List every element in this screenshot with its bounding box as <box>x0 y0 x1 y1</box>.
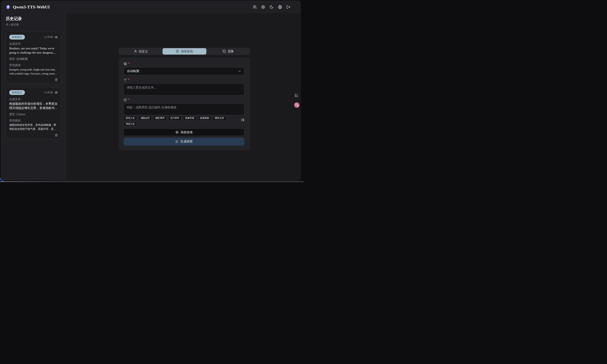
eye-icon[interactable] <box>55 91 58 94</box>
voice-desc-label: 音色描述: <box>9 119 58 122</box>
record-timestamp: 2小时前 <box>44 91 53 94</box>
voice-desc-label: 音色描述: <box>9 64 58 67</box>
chevron-down-icon <box>238 70 241 73</box>
tab-label: 创造音色 <box>181 50 193 53</box>
grid-sparkle-icon[interactable] <box>294 93 298 97</box>
voice-tag[interactable]: 俏皮少女 <box>124 122 137 126</box>
synth-text-value: Brothers, are you ready? Today we're goi… <box>9 46 58 55</box>
translate-button[interactable]: 中 A <box>294 102 300 108</box>
advanced-options-label: 高级选项 <box>181 130 193 134</box>
palette-icon <box>124 98 127 102</box>
tab-clone[interactable]: 克隆 <box>206 48 250 55</box>
language-line: 语言: Chinese <box>9 113 58 116</box>
voice-tag[interactable]: 磁性男声 <box>153 116 167 120</box>
language-select-value: 自动检测 <box>127 69 139 73</box>
tab-custom[interactable]: 自定义 <box>119 48 163 55</box>
users-icon[interactable] <box>253 5 257 9</box>
tab-label: 自定义 <box>139 50 148 53</box>
type-icon <box>124 78 127 82</box>
create-voice-form: * 自动检测 * <box>119 57 250 150</box>
user-icon <box>134 50 137 53</box>
header: Qwen3-TTS-WebUI <box>1 1 301 13</box>
language-select[interactable]: 自动检测 <box>124 67 244 75</box>
settings-icon[interactable] <box>261 5 265 9</box>
history-card[interactable]: 音色设计 2小时前 合成文本: 根据最新的市场分析报告，本季度业绩呈现稳步增长态… <box>6 87 61 139</box>
history-sidebar: 历史记录 共 2 条记录 音色设计 2小时前 合成文本: Brothers, a… <box>1 13 66 180</box>
shuffle-icon[interactable] <box>241 118 244 122</box>
synthesis-text-input[interactable] <box>124 83 244 95</box>
tab-label: 克隆 <box>228 50 234 53</box>
app-title: Qwen3-TTS-WebUI <box>13 5 50 10</box>
voice-tag[interactable]: 温柔妈妈 <box>198 116 211 120</box>
voice-tag[interactable]: 播音主持 <box>213 116 226 120</box>
window-bottom-line <box>0 182 304 182</box>
history-title: 历史记录 <box>6 16 61 22</box>
copy-icon <box>223 50 226 53</box>
language-line: 语言: 自动检测 <box>9 57 58 61</box>
moon-icon[interactable] <box>270 5 274 9</box>
palette-icon <box>176 50 179 53</box>
eye-icon[interactable] <box>55 36 58 39</box>
required-marker: * <box>128 98 130 101</box>
record-type-badge: 音色设计 <box>9 90 25 95</box>
voice-tag[interactable]: 甜美少女 <box>124 116 137 120</box>
advanced-options-button[interactable]: 高级选项 <box>124 129 244 136</box>
synth-text-value: 根据最新的市场分析报告，本季度业绩呈现稳步增长态势，各项指标均达到预期... <box>9 102 58 110</box>
generate-speech-label: 生成语音 <box>180 140 193 144</box>
logout-icon[interactable] <box>286 5 290 9</box>
trash-icon[interactable] <box>55 78 58 81</box>
voice-tag[interactable]: 活力青年 <box>168 116 182 120</box>
generate-speech-button[interactable]: 生成语音 <box>124 138 244 145</box>
voice-description-input[interactable] <box>124 103 244 115</box>
main-content: 自定义 创造音色 克隆 * 自 <box>66 13 301 180</box>
voice-preset-tags: 甜美少女 成熟女性 磁性男声 活力青年 权威专家 温柔妈妈 播音主持 俏皮少女 <box>124 116 241 126</box>
required-marker: * <box>128 62 130 65</box>
voice-tag[interactable]: 权威专家 <box>183 116 196 120</box>
synth-text-label: 合成文本: <box>9 42 58 46</box>
header-actions <box>253 5 290 9</box>
history-count: 共 2 条记录 <box>6 23 61 26</box>
earth-icon <box>124 62 127 65</box>
history-card[interactable]: 音色设计 2小时前 合成文本: Brothers, are you ready?… <box>6 32 61 84</box>
record-type-badge: 音色设计 <box>9 35 25 39</box>
record-timestamp: 2小时前 <box>44 35 53 39</box>
required-marker: * <box>128 78 130 81</box>
synth-text-label: 合成文本: <box>9 98 58 101</box>
voice-tag[interactable]: 成熟女性 <box>139 116 152 120</box>
app-window: Qwen3-TTS-WebUI 历史记录 共 2 条记录 <box>1 0 301 180</box>
trash-icon[interactable] <box>55 134 58 137</box>
app-logo-icon <box>5 4 11 10</box>
floating-tools: 中 A <box>294 93 300 108</box>
voice-desc-value: Energetic young male, bright and clear t… <box>9 68 58 76</box>
voice-desc-value: 成熟知性的女性声音，音色温润饱满，带有职业女性的干练气质。音高中等，音域稳定。语… <box>9 123 58 131</box>
tab-create-voice[interactable]: 创造音色 <box>163 48 206 55</box>
gear-icon <box>175 131 179 134</box>
globe-icon[interactable] <box>278 5 282 9</box>
mode-tabs: 自定义 创造音色 克隆 <box>119 48 250 55</box>
play-icon <box>175 140 178 143</box>
translate-en-glyph: A <box>297 104 299 107</box>
